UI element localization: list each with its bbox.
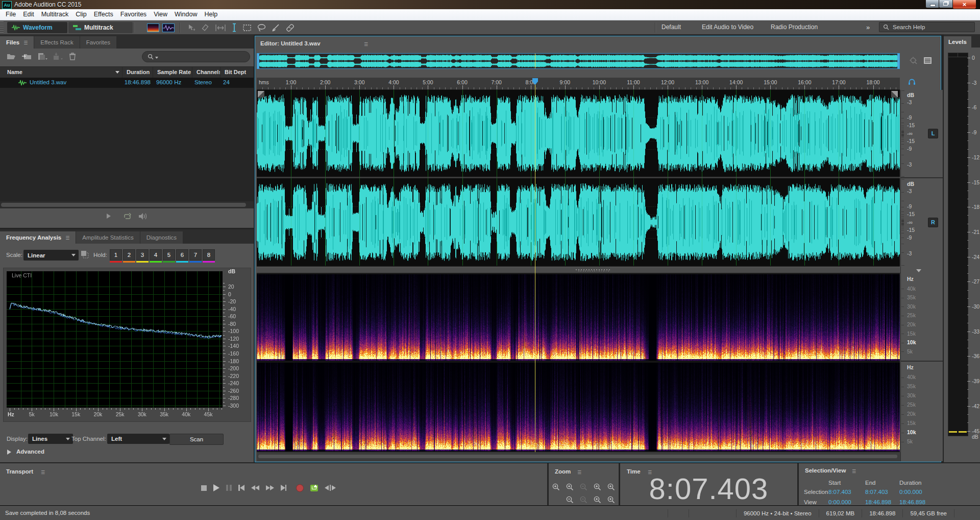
- editor-bottom-strip[interactable]: [257, 452, 941, 461]
- zoom-in-horizontal-button[interactable]: [552, 483, 560, 493]
- workspace-default[interactable]: Default: [662, 22, 681, 33]
- channel-button-r[interactable]: R: [928, 218, 938, 227]
- files-list-empty-area[interactable]: [0, 88, 254, 201]
- tab-freq-amplitude-statistics[interactable]: Amplitude Statistics: [76, 231, 139, 244]
- sel-value[interactable]: 18:46.898: [899, 499, 925, 505]
- tab-files-effects-rack[interactable]: Effects Rack: [34, 36, 79, 49]
- go-to-end-button[interactable]: [281, 485, 287, 491]
- zoom-menu-icon[interactable]: ☰: [577, 470, 581, 475]
- rewind-button[interactable]: [251, 485, 259, 490]
- preview-play-icon[interactable]: [107, 214, 111, 219]
- panel-menu-icon[interactable]: ☰: [65, 235, 69, 241]
- hold-button-3[interactable]: 3: [136, 249, 149, 261]
- hold-button-2[interactable]: 2: [123, 249, 135, 261]
- menu-help[interactable]: Help: [201, 9, 221, 20]
- menu-window[interactable]: Window: [171, 9, 201, 20]
- advanced-expander-icon[interactable]: [7, 450, 11, 455]
- sel-value[interactable]: 8:07.403: [865, 489, 888, 495]
- tab-files-favorites[interactable]: Favorites: [80, 36, 116, 49]
- fast-forward-button[interactable]: [266, 485, 274, 490]
- minimize-button[interactable]: [925, 0, 940, 8]
- menu-view[interactable]: View: [150, 9, 171, 20]
- maximize-button[interactable]: [939, 0, 953, 8]
- close-button[interactable]: ×: [952, 0, 976, 9]
- display-list-icon[interactable]: [923, 57, 932, 64]
- hold-button-6[interactable]: 6: [176, 249, 188, 261]
- skip-selection-button[interactable]: [325, 485, 336, 491]
- record-button[interactable]: [296, 484, 304, 492]
- search-dropdown-arrow[interactable]: [155, 57, 158, 59]
- column-header-duration[interactable]: Duration: [122, 67, 153, 78]
- hold-button-5[interactable]: 5: [163, 249, 175, 261]
- menu-clip[interactable]: Clip: [72, 9, 90, 20]
- overview-navigator[interactable]: [257, 53, 900, 69]
- top-channel-dropdown[interactable]: Left: [107, 434, 169, 444]
- title-bar[interactable]: Au Adobe Audition CC 2015 ×: [0, 0, 980, 9]
- channel-button-l[interactable]: L: [928, 129, 938, 138]
- tab-freq-diagnostics[interactable]: Diagnostics: [140, 231, 183, 244]
- menu-multitrack[interactable]: Multitrack: [38, 9, 72, 20]
- stop-button[interactable]: [201, 485, 207, 491]
- tab-freq-frequency-analysis[interactable]: Frequency Analysis☰: [0, 231, 76, 244]
- workspace-overflow-button[interactable]: »: [866, 22, 870, 33]
- spectrogram-right[interactable]: [257, 363, 900, 451]
- sel-value[interactable]: 18:46.898: [865, 499, 891, 505]
- playhead-line[interactable]: [535, 89, 535, 452]
- hold-button-4[interactable]: 4: [150, 249, 162, 261]
- zoom-in-vertical-button[interactable]: [566, 483, 574, 493]
- workspace-edit-audio-to-video[interactable]: Edit Audio to Video: [702, 22, 753, 33]
- edit-corner-handle-left[interactable]: [258, 91, 264, 98]
- overview-right-handle[interactable]: [897, 54, 899, 68]
- hold-button-1[interactable]: 1: [110, 249, 122, 261]
- scale-collapse-arrow[interactable]: [916, 269, 921, 272]
- preview-loop-icon[interactable]: [123, 213, 132, 220]
- headphones-monitor-icon[interactable]: [908, 78, 916, 85]
- display-dropdown[interactable]: Lines: [28, 434, 73, 444]
- speaker-icon[interactable]: [138, 212, 148, 220]
- sel-value[interactable]: 0:00.000: [828, 499, 851, 505]
- selection-view-menu-icon[interactable]: ☰: [852, 469, 856, 474]
- editor-title[interactable]: Editor: Untitled 3.wav: [260, 40, 321, 46]
- menu-effects[interactable]: Effects: [90, 9, 117, 20]
- menu-edit[interactable]: Edit: [19, 9, 38, 20]
- advanced-label[interactable]: Advanced: [16, 448, 44, 455]
- copy-graph-icon[interactable]: [80, 250, 89, 259]
- overview-waveform[interactable]: [259, 54, 897, 68]
- loop-playback-button[interactable]: [310, 485, 318, 491]
- scale-dropdown[interactable]: Linear: [23, 250, 79, 261]
- timeline-ruler[interactable]: hms1:002:003:004:005:006:007:008:009:001…: [257, 78, 900, 90]
- column-header-sample-rate[interactable]: Sample Rate: [153, 67, 192, 78]
- column-header-channels[interactable]: Channels: [192, 67, 220, 78]
- files-hscrollbar[interactable]: [0, 201, 254, 208]
- scan-button[interactable]: Scan: [169, 434, 224, 445]
- editor-panel-menu-icon[interactable]: ☰: [364, 42, 368, 47]
- go-to-start-button[interactable]: [238, 485, 244, 491]
- trash-icon[interactable]: [69, 53, 76, 60]
- edit-corner-handle-right[interactable]: [891, 91, 898, 98]
- hold-button-7[interactable]: 7: [189, 249, 202, 261]
- waveform-display[interactable]: [257, 90, 900, 266]
- time-display[interactable]: 8:07.403: [620, 472, 797, 505]
- pause-button[interactable]: [226, 485, 232, 491]
- new-content-icon[interactable]: [37, 53, 47, 60]
- zoom-out-vertical-button[interactable]: [579, 495, 588, 506]
- files-search-box[interactable]: [142, 51, 250, 62]
- transport-menu-icon[interactable]: ☰: [41, 470, 45, 475]
- level-meter[interactable]: [948, 53, 968, 436]
- sel-value[interactable]: 0:00.000: [899, 489, 922, 495]
- spectrogram-left[interactable]: [257, 274, 900, 361]
- zoom-navigate-icon[interactable]: [909, 56, 918, 65]
- hold-button-8[interactable]: 8: [203, 249, 215, 261]
- menu-file[interactable]: File: [2, 9, 19, 20]
- zoom-reset-button[interactable]: [607, 495, 616, 506]
- help-search-box[interactable]: Search Help: [879, 22, 975, 32]
- file-row[interactable]: Untitled 3.wav 18:46.898 96000 Hz Stereo…: [0, 78, 254, 88]
- tab-files-files[interactable]: Files☰: [0, 36, 34, 49]
- panel-menu-icon[interactable]: ☰: [23, 40, 28, 45]
- column-header-name[interactable]: Name: [0, 67, 122, 78]
- zoom-out-full-button[interactable]: [579, 483, 588, 493]
- files-column-header[interactable]: NameDurationSample RateChannelsBit Dept: [0, 66, 254, 78]
- open-file-icon[interactable]: [7, 53, 16, 60]
- zoom-out-horizontal-button[interactable]: [566, 495, 574, 506]
- column-header-bit-dept[interactable]: Bit Dept: [220, 67, 254, 78]
